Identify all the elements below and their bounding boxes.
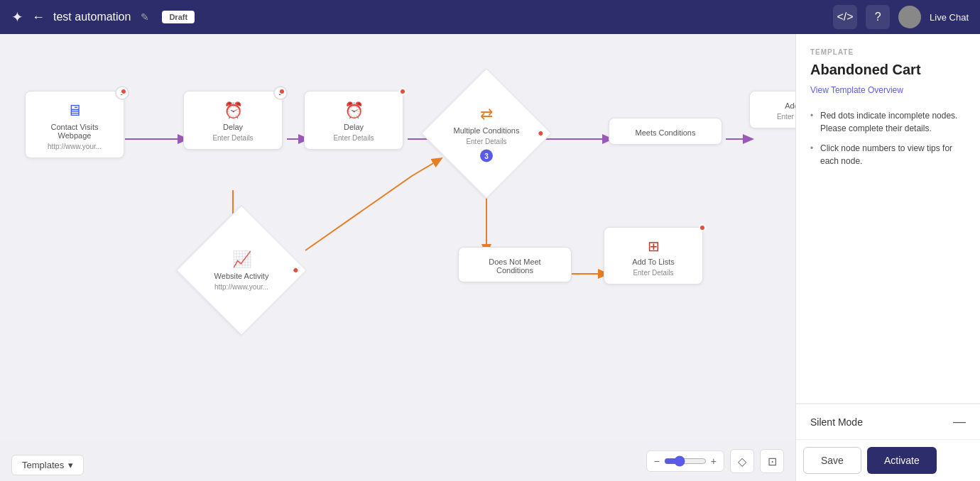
delay2-icon: ⏰ [344, 101, 364, 120]
red-dot-delay2 [399, 88, 406, 95]
delay1-icon: ⏰ [224, 101, 243, 120]
website-title: Website Activity [214, 272, 269, 280]
contact-visits-url: http://www.your... [48, 143, 102, 150]
logo-icon: ✦ [11, 9, 23, 26]
website-url: http://www.your... [214, 283, 268, 291]
addlists-icon: ⊞ [648, 238, 660, 255]
chevron-down-icon: ▾ [68, 460, 73, 470]
delay1-title: Delay [223, 123, 243, 131]
contact-visits-title: Contact VisitsWebpage [50, 123, 98, 140]
silent-mode-toggle[interactable]: — [953, 414, 966, 429]
code-icon: </> [837, 11, 854, 23]
zoom-slider[interactable] [664, 455, 707, 467]
red-dot-delay1 [278, 88, 285, 95]
page-title: test automation [53, 11, 131, 23]
add-subtitle: Enter D... [777, 113, 795, 121]
panel-label: TEMPLATE [810, 48, 966, 56]
node-add-to-lists[interactable]: ⊞ Add To Lists Enter Details [604, 227, 703, 284]
avatar[interactable] [898, 6, 921, 28]
red-dot-contact [120, 88, 127, 95]
automation-canvas[interactable]: 🖥 Contact VisitsWebpage http://www.your.… [0, 34, 795, 481]
multiple-icon: ⇄ [480, 105, 493, 123]
node-meets-conditions[interactable]: Meets Conditions [609, 118, 722, 145]
header: ✦ ← test automation ✎ Draft </> ? Live C… [0, 0, 980, 34]
code-icon-button[interactable]: </> [833, 5, 857, 29]
website-icon: 📈 [232, 250, 251, 269]
red-dot-addlists [699, 224, 706, 231]
zoom-plus-button[interactable]: + [711, 455, 717, 467]
add-title: Add [785, 101, 795, 110]
activate-button[interactable]: Activate [867, 447, 937, 474]
live-chat-link[interactable]: Live Chat [930, 12, 969, 23]
save-button[interactable]: Save [803, 447, 861, 474]
panel-content: TEMPLATE Abandoned Cart View Template Ov… [796, 34, 980, 404]
does-not-meet-title: Does Not MeetConditions [489, 258, 540, 275]
fullscreen-button[interactable]: ⊡ [760, 449, 784, 473]
center-icon: ◇ [738, 455, 746, 468]
node-contact-visits[interactable]: 🖥 Contact VisitsWebpage http://www.your.… [25, 91, 124, 158]
templates-button[interactable]: Templates ▾ [11, 455, 84, 475]
addlists-title: Add To Lists [632, 258, 675, 266]
main-layout: 🖥 Contact VisitsWebpage http://www.your.… [0, 34, 980, 481]
meets-title: Meets Conditions [636, 128, 696, 137]
center-view-button[interactable]: ◇ [730, 449, 754, 473]
node-website-activity[interactable]: 📈 Website Activity http://www.your... [192, 224, 291, 324]
help-button[interactable]: ? [866, 5, 890, 29]
red-dot-multiple [535, 128, 545, 138]
delay2-subtitle: Enter Details [333, 134, 374, 142]
node-does-not-meet[interactable]: Does Not MeetConditions [458, 247, 572, 282]
delay1-subtitle: Enter Details [212, 134, 253, 142]
fullscreen-icon: ⊡ [768, 455, 777, 468]
help-icon: ? [875, 11, 881, 23]
templates-label: Templates [22, 460, 64, 470]
bottom-bar: Templates ▾ − + ◇ ⊡ [0, 441, 795, 481]
red-dot-website [290, 265, 300, 275]
footer-buttons: Save Activate [796, 439, 980, 481]
delay2-title: Delay [344, 123, 364, 131]
silent-mode-section: Silent Mode — [796, 404, 980, 439]
draft-badge: Draft [162, 11, 195, 23]
node-delay-2[interactable]: ⏰ Delay Enter Details [304, 91, 403, 150]
node-add[interactable]: Add Enter D... [749, 91, 795, 128]
node-badge-3: 3 [480, 150, 493, 162]
panel-bullet-2: Click node numbers to view tips for each… [810, 142, 966, 167]
view-template-link[interactable]: View Template Overview [810, 85, 966, 95]
zoom-minus-button[interactable]: − [654, 455, 660, 467]
node-multiple-conditions[interactable]: ⇄ Multiple Conditions Enter Details 3 [437, 87, 536, 187]
node-delay-1[interactable]: ⏰ Delay Enter Details 2 [183, 91, 283, 150]
back-button[interactable]: ← [32, 10, 45, 25]
contact-visits-icon: 🖥 [67, 101, 82, 120]
panel-title: Abandoned Cart [810, 62, 966, 78]
silent-mode-label: Silent Mode [810, 416, 863, 428]
addlists-subtitle: Enter Details [633, 269, 673, 277]
zoom-control: − + [646, 450, 724, 472]
panel-bullet-1: Red dots indicate incomplete nodes. Plea… [810, 109, 966, 135]
edit-icon[interactable]: ✎ [141, 11, 149, 23]
multiple-title: Multiple Conditions [454, 126, 520, 135]
right-panel: TEMPLATE Abandoned Cart View Template Ov… [795, 34, 980, 481]
multiple-subtitle: Enter Details [466, 138, 506, 145]
